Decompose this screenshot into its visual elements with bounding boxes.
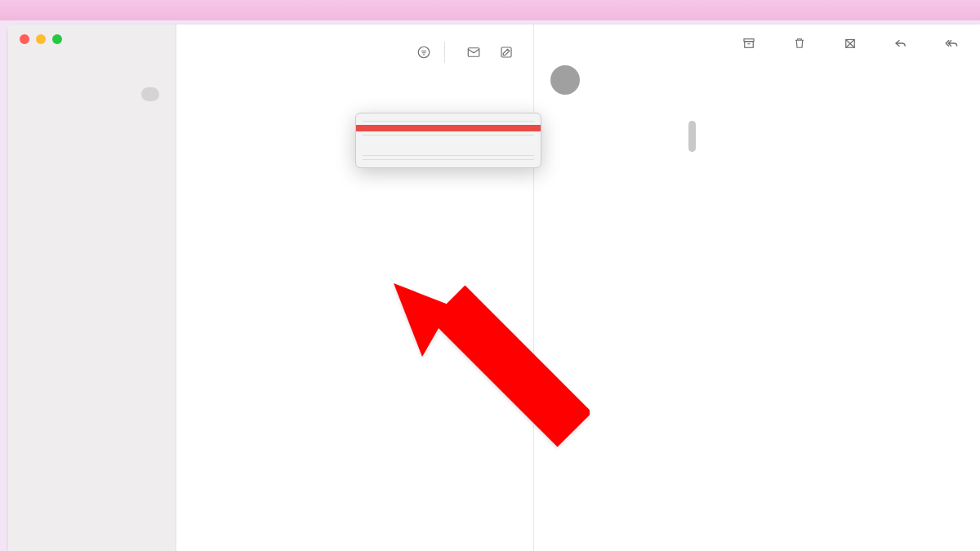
toolbar-divider <box>444 42 445 63</box>
sidebar-item-icloud-root[interactable] <box>15 82 169 105</box>
window-controls <box>20 34 62 44</box>
context-menu <box>355 113 541 168</box>
reply-all-icon[interactable] <box>939 33 964 54</box>
context-separator <box>363 155 534 156</box>
reply-icon[interactable] <box>889 33 913 54</box>
filter-button[interactable] <box>412 42 436 63</box>
svg-rect-4 <box>745 42 754 48</box>
context-separator <box>363 135 534 136</box>
compose-icon[interactable] <box>494 42 519 63</box>
mailbox-sidebar <box>8 24 176 551</box>
message-header <box>534 47 980 104</box>
trash-icon[interactable] <box>787 33 812 54</box>
reader-toolbar <box>728 33 964 54</box>
svg-point-0 <box>418 47 430 58</box>
new-mail-icon[interactable] <box>461 42 486 63</box>
minimize-button[interactable] <box>36 34 46 44</box>
svg-rect-1 <box>468 48 479 57</box>
list-header <box>176 24 533 77</box>
context-flag-section <box>356 139 541 152</box>
sidebar-section-favourites <box>8 57 176 65</box>
close-button[interactable] <box>20 34 29 44</box>
mail-window <box>8 24 980 551</box>
sidebar-section-smart <box>8 65 176 73</box>
scrollbar-thumb[interactable] <box>688 121 696 152</box>
zoom-button[interactable] <box>52 34 62 44</box>
system-menubar <box>0 0 980 20</box>
avatar <box>550 65 580 95</box>
junk-icon[interactable] <box>838 33 862 54</box>
context-separator <box>363 121 534 122</box>
context-item-delete[interactable] <box>356 125 541 131</box>
message-list-pane <box>176 24 533 551</box>
message-body <box>534 104 980 158</box>
sidebar-section-gmail <box>8 106 176 114</box>
archive-icon[interactable] <box>737 33 761 54</box>
reading-pane <box>533 24 980 551</box>
sidebar-section-onmac <box>8 73 176 82</box>
sidebar-count-badge <box>141 87 159 101</box>
context-separator <box>363 159 534 160</box>
